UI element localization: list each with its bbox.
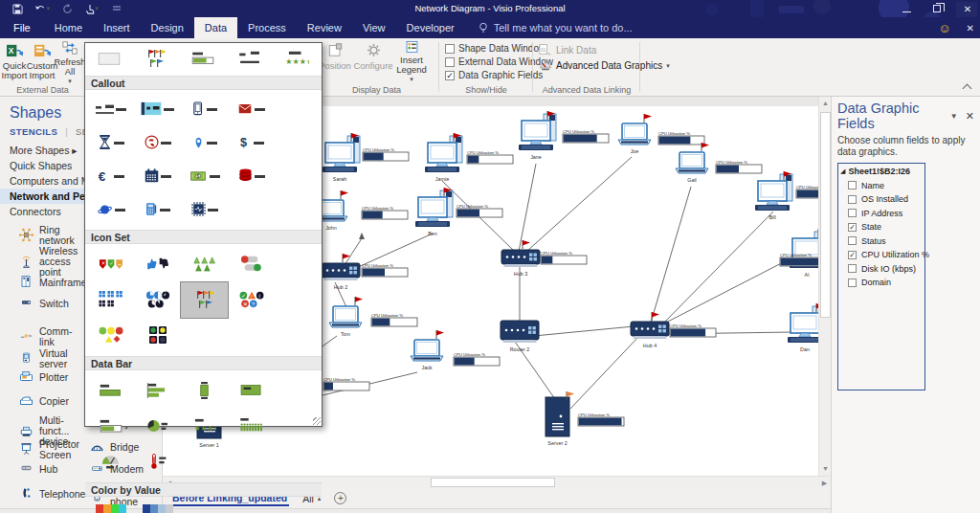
- data-graphic-thumbs[interactable]: [134, 247, 181, 282]
- data-graphic-bar-progress[interactable]: [87, 409, 134, 444]
- data-graphic-blue-scale[interactable]: [134, 500, 181, 513]
- vertical-scrollbar[interactable]: ▲ ▼: [818, 97, 831, 476]
- node-jack[interactable]: CPU Utilization %Jack: [411, 330, 500, 370]
- data-graphic-money-callout[interactable]: $: [181, 160, 228, 193]
- minimize-button[interactable]: [898, 4, 915, 14]
- data-graphic-pie-circles[interactable]: [134, 282, 181, 318]
- data-graphic-calendar-callout[interactable]: [134, 160, 181, 193]
- tab-developer[interactable]: Developer: [396, 17, 465, 38]
- node-tom[interactable]: CPU Utilization %Tom: [329, 297, 417, 337]
- node-john[interactable]: CPU Utilization %John: [315, 190, 408, 231]
- quick-import-button[interactable]: XQuick Import: [0, 40, 29, 82]
- node-router2[interactable]: Router 2: [501, 321, 539, 352]
- shape-switch[interactable]: Switch: [17, 298, 80, 309]
- data-range-row[interactable]: ◢ Sheet1!$B2:I26: [840, 167, 923, 176]
- horizontal-scroll-thumb[interactable]: [431, 478, 555, 487]
- collapse-triangle-icon[interactable]: ◢: [840, 167, 845, 175]
- node-bill[interactable]: CPU Utilization %Bill: [755, 171, 818, 220]
- data-graphic-planet-callout[interactable]: [87, 193, 134, 227]
- gallery-preview-flags[interactable]: [132, 45, 179, 74]
- tab-insert[interactable]: Insert: [93, 17, 141, 38]
- data-graphic-bar-block[interactable]: [228, 373, 275, 409]
- field-ip-address[interactable]: IP Address: [848, 209, 923, 218]
- data-graphic-database-callout[interactable]: [228, 160, 275, 193]
- tab-file[interactable]: File: [0, 17, 44, 38]
- checkbox-icon[interactable]: [848, 279, 857, 287]
- document-close-icon[interactable]: ✕: [967, 23, 974, 33]
- connector[interactable]: [570, 336, 639, 409]
- node-ben[interactable]: CPU Utilization %Ben: [415, 188, 502, 236]
- data-graphic-toggle[interactable]: [228, 247, 275, 282]
- data-graphic-rainbow-scale[interactable]: [87, 500, 134, 513]
- data-graphic-chip-callout[interactable]: [181, 193, 228, 227]
- data-graphic-hourglass-callout[interactable]: [87, 126, 134, 160]
- field-cpu-utilization-[interactable]: ✓CPU Utilization %: [848, 250, 923, 259]
- connector[interactable]: [662, 256, 796, 324]
- gallery-preview-databar-preview[interactable]: [179, 45, 226, 74]
- data-graphic-phone-callout[interactable]: [181, 93, 228, 126]
- data-graphic-euro-callout[interactable]: €: [87, 160, 134, 193]
- gallery-preview-none[interactable]: [85, 45, 132, 74]
- data-graphic-traffic-lights[interactable]: [134, 318, 181, 353]
- custom-import-button[interactable]: Custom Import: [28, 40, 56, 82]
- data-graphic-mail-callout[interactable]: [228, 93, 275, 126]
- shape-mainframe[interactable]: Mainframe: [17, 275, 80, 290]
- node-gail[interactable]: CPU Utilization %Gail: [676, 143, 762, 183]
- close-button[interactable]: ✕: [959, 4, 976, 14]
- checkbox-icon[interactable]: [445, 57, 455, 67]
- data-graphic-shape-set[interactable]: [87, 318, 134, 353]
- shape-plotter[interactable]: Plotter: [17, 370, 80, 384]
- field-status[interactable]: Status: [848, 236, 923, 246]
- data-graphic-bar-single[interactable]: [87, 373, 134, 409]
- shape-wireless-access-point[interactable]: Wireless access point: [17, 246, 80, 278]
- connector[interactable]: [519, 164, 536, 252]
- node-jane[interactable]: CPU Utilization %Jane: [519, 111, 609, 160]
- data-graphic-pin-callout[interactable]: [181, 126, 228, 160]
- checkbox-icon[interactable]: [848, 209, 857, 217]
- refresh-all-button[interactable]: Refresh All▾: [56, 40, 84, 82]
- pane-menu-icon[interactable]: ▼: [950, 112, 958, 121]
- data-graphic-flags[interactable]: [181, 282, 228, 318]
- node-joe[interactable]: CPU Utilization %Joe: [618, 114, 704, 154]
- data-graphic-wifi[interactable]: [181, 247, 228, 282]
- node-al[interactable]: CPU Utilization %Al: [780, 229, 818, 278]
- vertical-scroll-thumb[interactable]: [820, 112, 831, 318]
- field-state[interactable]: ✓State: [848, 222, 923, 232]
- data-graphic-bar-vertical[interactable]: [181, 373, 228, 409]
- advanced-data-graphics-button[interactable]: Advanced Data Graphics▾: [539, 58, 670, 73]
- shape-copier[interactable]: Copier: [17, 394, 80, 408]
- shape-projector-screen[interactable]: Projector Screen: [17, 439, 80, 460]
- checkbox-icon[interactable]: [445, 44, 455, 54]
- data-graphic-call-callout[interactable]: [134, 126, 181, 160]
- shape-virtual-server[interactable]: Virtual server: [17, 348, 80, 369]
- data-graphic-highlight-callout[interactable]: [134, 93, 181, 126]
- connector[interactable]: [526, 157, 632, 252]
- data-graphic-calculator-callout[interactable]: [134, 193, 181, 227]
- tab-review[interactable]: Review: [297, 17, 352, 38]
- node-jamie[interactable]: CPU Utilization %Jamie: [425, 133, 513, 182]
- data-graphic-gauge[interactable]: [87, 444, 134, 480]
- data-graphic-dollar-callout[interactable]: $: [228, 126, 275, 160]
- shape-telephone[interactable]: Telephone: [17, 486, 80, 502]
- shape-data-window-checkbox[interactable]: Shape Data Window: [445, 43, 546, 54]
- tab-stencils[interactable]: STENCILS: [10, 126, 57, 137]
- collapse-ribbon-icon[interactable]: [963, 84, 972, 90]
- checkbox-icon[interactable]: ✓: [848, 223, 857, 232]
- field-os-installed[interactable]: OS Installed: [848, 194, 923, 204]
- data-graphic-thermometer[interactable]: [134, 444, 181, 480]
- data-graphic-grid-squares[interactable]: [87, 282, 134, 318]
- node-hub2[interactable]: CPU Utilization %Hub 2: [322, 254, 408, 290]
- connector[interactable]: [534, 326, 634, 336]
- checkbox-icon[interactable]: [848, 236, 857, 245]
- link-data-button[interactable]: 01Link Data: [539, 43, 596, 57]
- data-graphic-people-bar[interactable]: [228, 409, 275, 444]
- tab-home[interactable]: Home: [44, 17, 93, 38]
- pane-close-icon[interactable]: ✕: [966, 110, 974, 123]
- connector[interactable]: [345, 238, 362, 265]
- gallery-preview-stars-preview[interactable]: ★★★★: [273, 45, 320, 74]
- checkbox-icon[interactable]: [848, 264, 857, 273]
- tab-view[interactable]: View: [352, 17, 396, 38]
- insert-legend-button[interactable]: Insert Legend▾: [392, 40, 431, 82]
- configure-button[interactable]: Configure: [354, 40, 392, 82]
- gallery-resize-handle[interactable]: [313, 417, 321, 425]
